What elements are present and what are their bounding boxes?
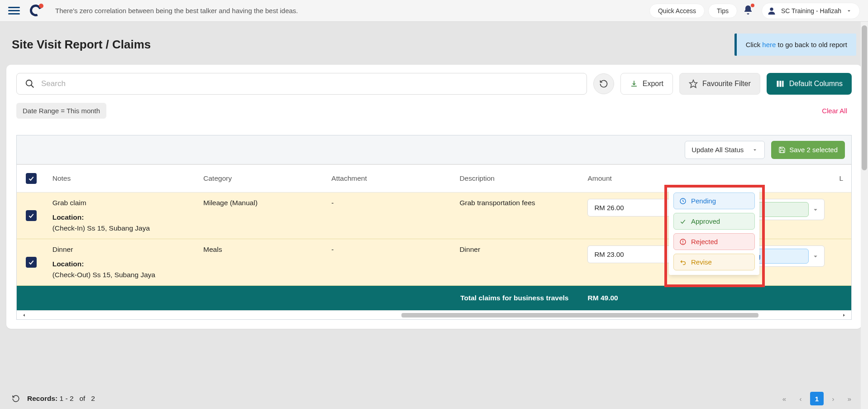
svg-point-11 — [683, 243, 683, 244]
top-bar: There's zero correlation between being t… — [0, 0, 868, 22]
status-option-rejected[interactable]: Rejected — [673, 233, 755, 250]
column-notes[interactable]: Notes — [46, 165, 197, 192]
page-prev[interactable]: ‹ — [794, 392, 807, 405]
total-row: Total claims for business travels RM 49.… — [17, 286, 851, 311]
app-logo[interactable] — [30, 5, 43, 17]
column-category[interactable]: Category — [197, 165, 325, 192]
status-option-revise[interactable]: Revise — [673, 254, 755, 270]
page-current[interactable]: 1 — [810, 392, 824, 405]
hamburger-menu-icon[interactable] — [8, 5, 20, 17]
cell-description: Grab transportation fees — [453, 192, 581, 239]
scroll-thumb[interactable] — [401, 313, 758, 318]
row-checkbox[interactable] — [17, 239, 46, 286]
tagline-text: There's zero correlation between being t… — [55, 7, 646, 14]
records-label: Records: 1 - 2 of 2 — [27, 395, 95, 403]
user-avatar-icon — [767, 6, 777, 16]
pagination: « ‹ 1 › » — [777, 392, 856, 405]
scroll-right-icon[interactable] — [841, 313, 847, 318]
column-last[interactable]: L — [833, 165, 852, 192]
row-checkbox[interactable] — [17, 192, 46, 239]
export-button[interactable]: Export — [620, 73, 673, 95]
user-menu[interactable]: SC Training - Hafizah — [762, 3, 860, 19]
update-all-status-dropdown[interactable]: Update All Status — [685, 141, 765, 159]
user-name-label: SC Training - Hafizah — [781, 7, 841, 14]
star-icon — [689, 79, 698, 88]
footer: Records: 1 - 2 of 2 « ‹ 1 › » — [0, 388, 868, 409]
notifications-icon[interactable] — [743, 5, 754, 17]
search-box[interactable] — [16, 73, 587, 95]
vertical-scrollbar[interactable] — [861, 22, 868, 409]
status-option-approved[interactable]: Approved — [673, 213, 755, 230]
save-icon — [778, 146, 786, 154]
refresh-icon — [599, 79, 608, 88]
horizontal-scrollbar[interactable] — [17, 310, 851, 319]
chevron-down-icon — [752, 147, 758, 153]
cell-description: Dinner — [453, 239, 581, 286]
page-last[interactable]: » — [843, 392, 856, 405]
cell-attachment: - — [325, 192, 453, 239]
toolbar: Export Favourite Filter Default Columns — [6, 65, 862, 95]
total-label: Total claims for business travels — [17, 286, 581, 311]
chevron-down-icon — [811, 252, 820, 260]
search-input[interactable] — [41, 79, 578, 88]
column-description[interactable]: Description — [453, 165, 581, 192]
footer-refresh-icon[interactable] — [12, 395, 20, 403]
page-next[interactable]: › — [826, 392, 840, 405]
cell-attachment: - — [325, 239, 453, 286]
chevron-down-icon — [811, 206, 820, 214]
old-report-banner: Click here to go back to old report — [734, 34, 856, 56]
svg-point-1 — [26, 80, 32, 86]
search-icon — [25, 79, 35, 89]
cell-notes: Grab claim Location: (Check-In) Ss 15, S… — [46, 192, 197, 239]
undo-icon — [679, 259, 687, 266]
column-attachment[interactable]: Attachment — [325, 165, 453, 192]
date-range-chip[interactable]: Date Range = This month — [16, 103, 106, 119]
download-icon — [630, 80, 638, 88]
tips-button[interactable]: Tips — [708, 4, 737, 18]
default-columns-button[interactable]: Default Columns — [767, 73, 852, 95]
page-first[interactable]: « — [777, 392, 791, 405]
status-dropdown-menu: Pending Approved Rejected Revise — [669, 188, 759, 275]
save-selected-button[interactable]: Save 2 selected — [771, 141, 845, 159]
page-title: Site Visit Report / Claims — [12, 38, 151, 52]
error-icon — [679, 238, 687, 245]
clock-icon — [679, 197, 687, 205]
table-action-bar: Update All Status Save 2 selected — [17, 135, 851, 164]
check-icon — [679, 218, 687, 225]
svg-rect-5 — [779, 81, 781, 87]
cell-notes: Dinner Location: (Check-Out) Ss 15, Suba… — [46, 239, 197, 286]
filter-row: Date Range = This month Clear All — [6, 95, 862, 127]
svg-line-2 — [31, 85, 34, 88]
svg-rect-4 — [777, 81, 778, 87]
old-report-link[interactable]: here — [762, 41, 776, 48]
svg-marker-3 — [690, 80, 697, 88]
svg-rect-6 — [782, 81, 783, 87]
cell-category: Mileage (Manual) — [197, 192, 325, 239]
quick-access-button[interactable]: Quick Access — [649, 4, 705, 18]
header-checkbox[interactable] — [17, 165, 46, 192]
clear-all-link[interactable]: Clear All — [822, 107, 852, 115]
total-amount: RM 49.00 — [581, 286, 851, 311]
cell-category: Meals — [197, 239, 325, 286]
svg-point-0 — [770, 7, 773, 10]
scroll-left-icon[interactable] — [21, 313, 27, 318]
refresh-button[interactable] — [593, 73, 614, 94]
status-option-pending[interactable]: Pending — [673, 192, 755, 209]
vscroll-thumb[interactable] — [862, 25, 867, 170]
favourite-filter-button[interactable]: Favourite Filter — [679, 73, 760, 95]
columns-icon — [776, 79, 785, 88]
chevron-down-icon — [846, 8, 852, 14]
